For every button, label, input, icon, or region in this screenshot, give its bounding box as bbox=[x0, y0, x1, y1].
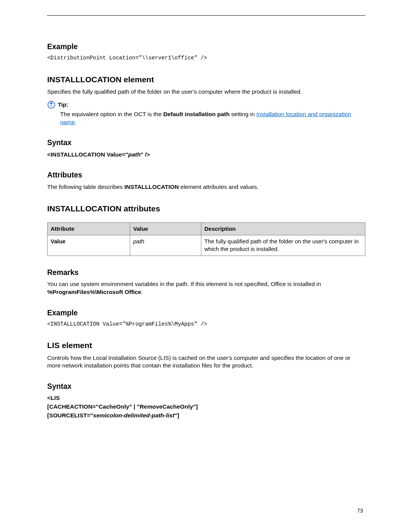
attr-desc-bold: INSTALLLOCATION bbox=[124, 184, 179, 190]
heading-syntax-1: Syntax bbox=[47, 137, 365, 147]
top-rule bbox=[47, 15, 365, 16]
lis-syntax-line2: [CACHEACTION="CacheOnly" | "RemoveCacheO… bbox=[47, 403, 365, 411]
heading-lis-element: LIS element bbox=[47, 340, 365, 351]
syntax1-suffix: " /> bbox=[140, 151, 150, 158]
heading-example-2: Example bbox=[47, 308, 365, 318]
attr-desc-before: The following table describes bbox=[47, 184, 124, 190]
tip-icon bbox=[47, 101, 56, 109]
lis-line3-italic: semicolon-delimited-path-list bbox=[93, 412, 175, 419]
td-attribute: Value bbox=[48, 235, 130, 256]
table-row: Value path The fully qualified path of t… bbox=[48, 235, 365, 256]
attributes-table: Attribute Value Description Value path T… bbox=[47, 222, 365, 256]
attr-desc-after: element attributes and values. bbox=[179, 184, 259, 190]
tip-row: Tip: bbox=[47, 101, 365, 109]
lis-line3-suffix: "] bbox=[174, 412, 179, 419]
table-header-row: Attribute Value Description bbox=[48, 222, 365, 235]
heading-installlocation-element: INSTALLLOCATION element bbox=[47, 74, 365, 85]
th-attribute: Attribute bbox=[48, 222, 130, 235]
heading-example-1: Example bbox=[47, 42, 365, 51]
th-description: Description bbox=[201, 222, 365, 235]
heading-remarks: Remarks bbox=[47, 267, 365, 277]
lis-line3-prefix: [SOURCELIST=" bbox=[47, 412, 93, 419]
syntax1-prefix: <INSTALLLOCATION Value=" bbox=[47, 151, 128, 158]
heading-attributes: Attributes bbox=[47, 170, 365, 180]
syntax-line-1: <INSTALLLOCATION Value="path" /> bbox=[47, 151, 365, 159]
remarks-before: You can use system environment variables… bbox=[47, 281, 321, 287]
tip-text-prefix: The equivalent option in the OCT is the bbox=[60, 111, 163, 117]
remarks-after: . bbox=[141, 289, 143, 295]
remarks-bold: %ProgramFiles%\Microsoft Office bbox=[47, 289, 141, 295]
document-page: Example <DistributionPoint Location="\\s… bbox=[0, 0, 411, 532]
tip-label: Tip: bbox=[58, 101, 68, 109]
lis-syntax-line1: <LIS bbox=[47, 394, 365, 402]
th-value: Value bbox=[130, 222, 201, 235]
heading-syntax-2: Syntax bbox=[47, 381, 365, 391]
remarks-text: You can use system environment variables… bbox=[47, 280, 365, 296]
code-example-2: <INSTALLLOCATION Value="%ProgramFiles%\M… bbox=[47, 321, 365, 328]
syntax1-italic: path bbox=[128, 151, 141, 158]
td-description: The fully qualified path of the folder o… bbox=[201, 235, 365, 256]
lis-syntax-line3: [SOURCELIST="semicolon-delimited-path-li… bbox=[47, 412, 365, 420]
lis-syntax-block: <LIS [CACHEACTION="CacheOnly" | "RemoveC… bbox=[47, 394, 365, 419]
lis-desc: Controls how the Local Installation Sour… bbox=[47, 354, 365, 370]
tip-text-suffix: . bbox=[75, 119, 76, 125]
code-example-1: <DistributionPoint Location="\\server1\o… bbox=[47, 54, 365, 62]
tip-body: The equivalent option in the OCT is the … bbox=[60, 110, 361, 126]
page-number: 73 bbox=[357, 507, 363, 514]
heading-installlocation-attributes: INSTALLLOCATION attributes bbox=[47, 203, 365, 214]
tip-text-middle: setting in bbox=[229, 111, 256, 117]
attributes-desc: The following table describes INSTALLLOC… bbox=[47, 183, 365, 191]
installlocation-desc: Specifies the fully qualified path of th… bbox=[47, 88, 365, 96]
td-value: path bbox=[130, 235, 201, 256]
tip-text-bold: Default installation path bbox=[163, 111, 229, 117]
